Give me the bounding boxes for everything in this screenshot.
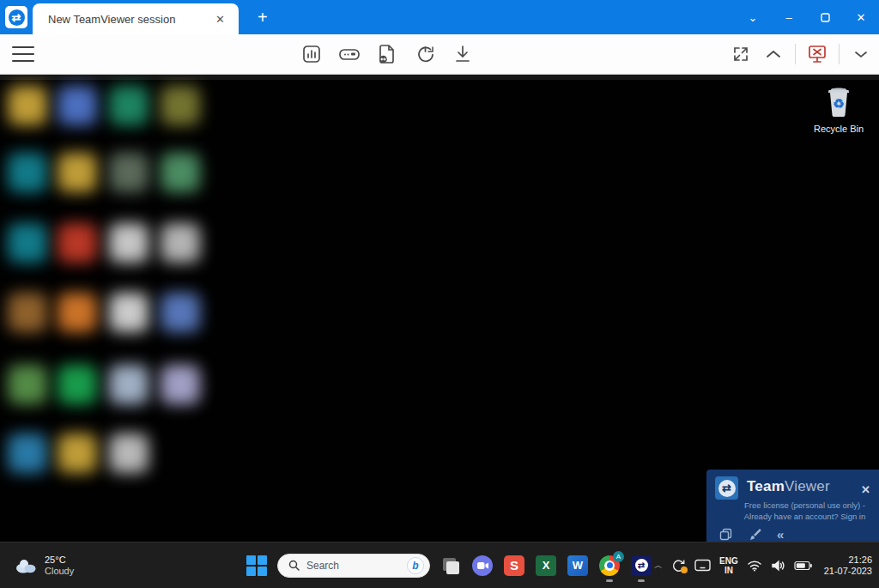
touchpad-icon[interactable] <box>694 559 711 572</box>
maximize-button[interactable] <box>807 0 843 34</box>
search-box[interactable]: Search b <box>277 554 430 578</box>
blurred-icon <box>8 433 47 473</box>
start-button[interactable] <box>246 555 268 577</box>
close-window-button[interactable]: ✕ <box>843 0 879 34</box>
blurred-icon <box>8 86 47 125</box>
recycle-bin-icon: ♻ <box>824 86 853 118</box>
chat-icon <box>472 555 493 576</box>
blurred-icon <box>8 365 47 404</box>
chrome-profile-badge: A <box>613 551 624 562</box>
teamviewer-window: ⇄ New TeamViewer session ✕ + ⌄ – ✕ <box>0 0 879 588</box>
panel-teamviewer-logo-icon: ⇄ <box>715 476 738 500</box>
teamviewer-app-button[interactable]: ⇄ <box>630 555 652 577</box>
teamviewer-taskbar-icon: ⇄ <box>631 555 652 576</box>
session-toolbar <box>0 34 879 75</box>
search-icon <box>288 560 300 571</box>
system-tray: ︿ ENGIN 21:2 <box>654 555 872 577</box>
connection-stats-icon[interactable] <box>300 43 323 65</box>
toolbar-divider <box>839 44 840 64</box>
blurred-icon <box>8 223 47 263</box>
excel-icon: X <box>536 555 556 576</box>
panel-close-icon[interactable]: ✕ <box>861 483 870 496</box>
running-indicator <box>606 579 613 582</box>
search-placeholder: Search <box>306 560 407 572</box>
blurred-icon <box>109 223 149 263</box>
cloud-icon <box>14 557 38 574</box>
word-icon: W <box>567 555 588 576</box>
battery-icon[interactable] <box>794 561 812 571</box>
volume-icon[interactable] <box>771 560 785 572</box>
blurred-icon <box>58 433 97 473</box>
toolbar-divider <box>795 44 796 64</box>
license-text-line1: Free license (personal use only) - <box>715 500 870 511</box>
weather-widget[interactable]: 25°C Cloudy <box>14 555 74 577</box>
panel-title: TeamViewer <box>747 478 830 495</box>
chat-app-button[interactable] <box>471 555 494 577</box>
windows-taskbar: 25°C Cloudy Search b S X W A <box>0 542 879 588</box>
blurred-icon <box>109 293 149 332</box>
blurred-icon <box>8 153 47 192</box>
clean-icon[interactable] <box>748 528 761 541</box>
download-icon[interactable] <box>452 43 474 65</box>
panel-header: ⇄ TeamViewer ✕ Free license (personal us… <box>706 470 879 542</box>
blurred-icon <box>58 293 97 332</box>
collapse-left-icon[interactable]: « <box>777 528 784 541</box>
panel-quick-actions: « <box>715 528 870 541</box>
credentials-icon[interactable] <box>338 43 361 65</box>
blurred-icon <box>109 153 149 192</box>
blurred-icon <box>109 86 149 125</box>
license-text-line2[interactable]: Already have an account? Sign in <box>715 512 870 522</box>
word-app-button[interactable]: W <box>567 555 589 577</box>
weather-temperature: 25°C <box>45 555 74 566</box>
restart-icon[interactable] <box>414 43 436 65</box>
recycle-bin-shortcut[interactable]: ♻ Recycle Bin <box>810 86 867 134</box>
taskbar-center-group: Search b S X W A ⇄ <box>246 554 652 578</box>
blurred-icon <box>161 153 200 192</box>
more-options-icon[interactable] <box>850 43 872 65</box>
teamviewer-logo-icon: ⇄ <box>3 4 29 30</box>
excel-app-button[interactable]: X <box>535 555 557 577</box>
bing-chat-icon[interactable]: b <box>407 557 424 574</box>
weather-condition: Cloudy <box>45 566 74 577</box>
collapse-window-icon[interactable]: ⌄ <box>735 0 771 34</box>
session-tab[interactable]: New TeamViewer session ✕ <box>33 3 239 34</box>
fullscreen-icon[interactable] <box>730 43 752 65</box>
close-session-icon[interactable] <box>806 43 828 65</box>
blurred-icon <box>109 365 149 404</box>
minimize-button[interactable]: – <box>771 0 807 34</box>
toolbar-center-group <box>300 43 474 65</box>
blurred-icon <box>8 293 47 332</box>
new-session-tab-button[interactable]: + <box>258 9 268 26</box>
tray-overflow-chevron-icon[interactable]: ︿ <box>654 560 663 572</box>
collapse-toolbar-icon[interactable] <box>762 43 785 65</box>
window-controls: ⌄ – ✕ <box>735 0 879 34</box>
title-bar: ⇄ New TeamViewer session ✕ + ⌄ – ✕ <box>0 0 879 34</box>
blurred-icon <box>58 365 97 404</box>
session-tab-title: New TeamViewer session <box>48 13 210 26</box>
teamviewer-session-panel: › ⇄ TeamViewer ✕ Free license (personal … <box>706 470 879 542</box>
file-transfer-icon[interactable] <box>376 43 398 65</box>
menu-icon[interactable] <box>12 46 34 62</box>
chrome-app-button[interactable]: A <box>598 555 621 577</box>
running-indicator <box>638 579 645 582</box>
wifi-icon[interactable] <box>747 560 762 572</box>
blurred-icon <box>161 293 200 332</box>
snagit-app-button[interactable]: S <box>503 555 525 577</box>
blurred-icon <box>58 86 97 125</box>
task-view-button[interactable] <box>440 555 462 577</box>
blurred-icon <box>161 86 200 125</box>
svg-text:♻: ♻ <box>833 96 844 111</box>
remote-desktop-view[interactable]: ♻ Recycle Bin › ⇄ TeamViewer ✕ Free lice… <box>0 75 879 542</box>
blurred-icon <box>58 153 97 192</box>
snagit-icon: S <box>504 555 524 576</box>
remote-screen-top-strip <box>0 75 879 80</box>
app-logo-tile: ⇄ <box>0 0 33 34</box>
language-indicator[interactable]: ENGIN <box>719 556 738 575</box>
clock-widget[interactable]: 21:26 21-07-2023 <box>824 555 872 577</box>
blurred-icon <box>109 433 149 473</box>
tab-close-icon[interactable]: ✕ <box>210 11 230 27</box>
copy-id-icon[interactable] <box>719 528 732 541</box>
toolbar-right-group <box>730 43 872 65</box>
tray-date: 21-07-2023 <box>824 566 872 577</box>
sync-status-icon[interactable] <box>671 558 686 573</box>
